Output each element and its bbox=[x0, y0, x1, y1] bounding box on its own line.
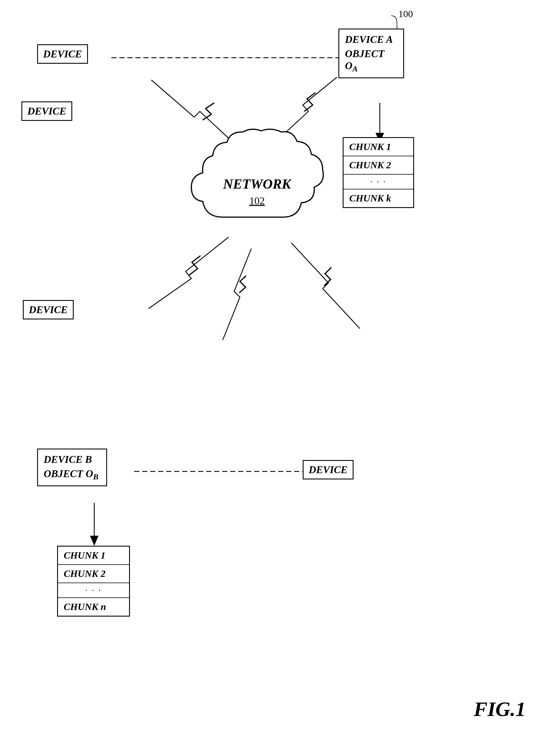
device-a-title: DEVICE A bbox=[345, 33, 398, 45]
ref-100: 100 bbox=[398, 8, 413, 20]
device-left-lower-box: DEVICE bbox=[23, 300, 74, 320]
device-b-title: DEVICE B bbox=[44, 453, 101, 466]
chunk-b-dots: · · · bbox=[58, 583, 129, 598]
chunk-b-row-n: CHUNK n bbox=[58, 598, 129, 616]
svg-marker-5 bbox=[90, 536, 98, 546]
chunk-a-dots: · · · bbox=[344, 175, 413, 189]
svg-text:102: 102 bbox=[249, 195, 265, 207]
svg-text:NETWORK: NETWORK bbox=[223, 176, 291, 191]
chunk-table-a: CHUNK 1 CHUNK 2 · · · CHUNK k bbox=[343, 137, 414, 208]
device-b-object: OBJECT OB bbox=[44, 468, 101, 481]
diagram: 100 DEVICE A OBJECT OA DEVICE DEVICE CHU… bbox=[0, 0, 560, 744]
device-a-object: OBJECT OA bbox=[345, 48, 398, 73]
chunk-b-row-2: CHUNK 2 bbox=[58, 565, 129, 583]
chunk-table-b: CHUNK 1 CHUNK 2 · · · CHUNK n bbox=[57, 546, 130, 617]
network-cloud: NETWORK 102 bbox=[183, 126, 331, 246]
chunk-b-row-1: CHUNK 1 bbox=[58, 547, 129, 565]
device-b-box: DEVICE B OBJECT OB bbox=[37, 449, 107, 486]
device-left-upper-box: DEVICE bbox=[22, 102, 72, 121]
device-a-box: DEVICE A OBJECT OA bbox=[338, 29, 404, 78]
chunk-a-row-k: CHUNK k bbox=[344, 189, 413, 207]
device-top-box: DEVICE bbox=[37, 44, 88, 64]
diagram-lines bbox=[0, 0, 560, 744]
device-right-lower-box: DEVICE bbox=[303, 460, 354, 479]
chunk-a-row-2: CHUNK 2 bbox=[344, 156, 413, 175]
chunk-a-row-1: CHUNK 1 bbox=[344, 138, 413, 156]
figure-label: FIG.1 bbox=[474, 698, 526, 721]
